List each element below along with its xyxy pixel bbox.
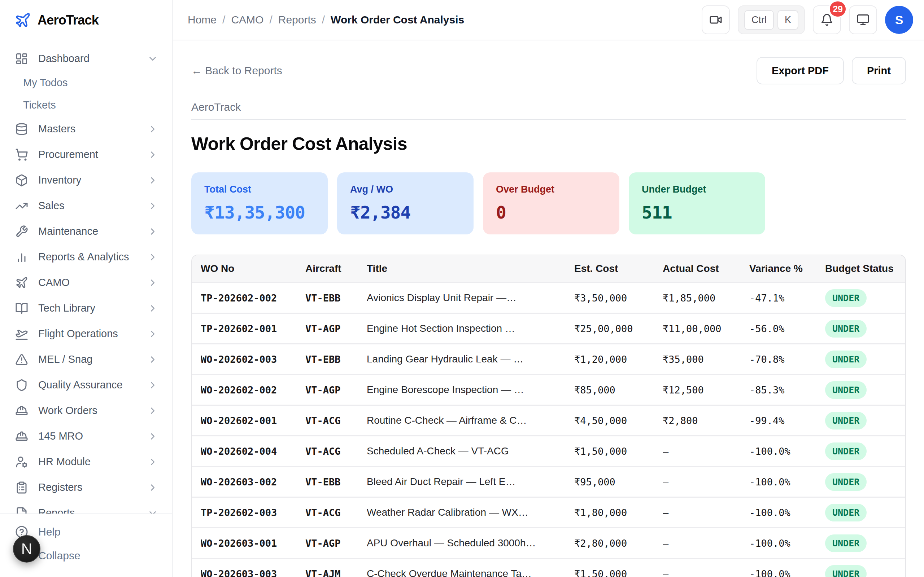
- sidebar-item-flight-operations[interactable]: Flight Operations: [0, 321, 172, 347]
- title-cell: Landing Gear Hydraulic Leak — …: [367, 353, 574, 365]
- collapse-label: Collapse: [38, 550, 81, 562]
- budget-status-cell: UNDER: [825, 381, 905, 399]
- aircraft-cell: VT-AJM: [305, 568, 367, 577]
- actual-cost-cell: ₹11,00,000: [663, 323, 749, 334]
- stat-value: ₹2,384: [350, 202, 460, 222]
- file-icon: [15, 507, 28, 514]
- sidebar-item-procurement[interactable]: Procurement: [0, 142, 172, 167]
- sidebar-item-maintenance[interactable]: Maintenance: [0, 219, 172, 244]
- stat-value: 0: [496, 202, 606, 222]
- chevron-right-icon: [147, 354, 158, 365]
- back-to-reports-link[interactable]: ← Back to Reports: [191, 64, 282, 77]
- actual-cost-cell: ₹12,500: [663, 384, 749, 396]
- budget-status-cell: UNDER: [825, 504, 905, 521]
- bar-chart-icon: [15, 251, 28, 264]
- status-badge: UNDER: [825, 412, 867, 429]
- column-header-aircraft: Aircraft: [305, 263, 367, 274]
- breadcrumb-link-home[interactable]: Home: [188, 14, 216, 26]
- sidebar-item-registers[interactable]: Registers: [0, 475, 172, 500]
- sidebar-item-masters[interactable]: Masters: [0, 116, 172, 142]
- table-row[interactable]: WO-202602-002VT-AGPEngine Borescope Insp…: [192, 374, 905, 405]
- breadcrumb-link-camo[interactable]: CAMO: [231, 14, 263, 26]
- wo-no-cell: WO-202603-001: [201, 538, 305, 549]
- export-pdf-button[interactable]: Export PDF: [756, 57, 844, 84]
- sidebar-subitem-tickets[interactable]: Tickets: [0, 94, 172, 116]
- sidebar-item-quality-assurance[interactable]: Quality Assurance: [0, 372, 172, 398]
- table-row[interactable]: TP-202602-001VT-AGPEngine Hot Section In…: [192, 313, 905, 343]
- est-cost-cell: ₹1,50,000: [574, 568, 663, 577]
- table-row[interactable]: WO-202602-004VT-ACGScheduled A-Check — V…: [192, 435, 905, 466]
- report-content: ← Back to Reports Export PDF Print AeroT…: [173, 40, 924, 577]
- title-cell: Engine Borescope Inspection — …: [367, 384, 574, 396]
- table-row[interactable]: WO-202602-001VT-ACGRoutine C-Check — Air…: [192, 405, 905, 435]
- sidebar-item-reports[interactable]: Reports: [0, 500, 172, 514]
- user-avatar[interactable]: S: [885, 6, 913, 34]
- sidebar-item-work-orders[interactable]: Work Orders: [0, 398, 172, 423]
- notifications-button[interactable]: 29: [813, 5, 841, 34]
- actual-cost-cell: –: [663, 538, 749, 549]
- title-cell: Scheduled A-Check — VT-ACG: [367, 445, 574, 457]
- column-header-title: Title: [367, 263, 574, 274]
- wo-no-cell: WO-202603-003: [201, 568, 305, 577]
- sidebar-item-label: HR Module: [38, 456, 137, 468]
- sidebar-item-dashboard[interactable]: Dashboard: [0, 46, 172, 71]
- topbar: Home/CAMO/Reports/Work Order Cost Analys…: [173, 0, 924, 40]
- actual-cost-cell: ₹35,000: [663, 354, 749, 365]
- sidebar-item-label: Work Orders: [38, 405, 137, 416]
- breadcrumb: Home/CAMO/Reports/Work Order Cost Analys…: [188, 14, 464, 26]
- sidebar-item-hr-module[interactable]: HR Module: [0, 449, 172, 475]
- sidebar-item-inventory[interactable]: Inventory: [0, 167, 172, 193]
- sidebar-item-145-mro[interactable]: 145 MRO: [0, 423, 172, 449]
- trending-up-icon: [15, 200, 28, 213]
- sidebar-item-label: Sales: [38, 200, 137, 212]
- table-header-row: WO NoAircraftTitleEst. CostActual CostVa…: [192, 255, 905, 282]
- plane-icon: [15, 276, 28, 289]
- stat-label: Over Budget: [496, 184, 606, 195]
- stat-card-over-budget: Over Budget0: [483, 172, 619, 234]
- est-cost-cell: ₹1,20,000: [574, 354, 663, 365]
- column-header-budget-status: Budget Status: [825, 263, 905, 274]
- breadcrumb-separator: /: [322, 14, 325, 26]
- dev-tools-badge[interactable]: N: [13, 535, 40, 562]
- aircraft-cell: VT-EBB: [305, 354, 367, 365]
- status-badge: UNDER: [825, 504, 867, 521]
- table-row[interactable]: TP-202602-002VT-EBBAvionics Display Unit…: [192, 282, 905, 313]
- sidebar-item-label: Tech Library: [38, 302, 137, 314]
- sidebar-item-sales[interactable]: Sales: [0, 193, 172, 219]
- sidebar-item-reports-analytics[interactable]: Reports & Analytics: [0, 244, 172, 270]
- chevron-right-icon: [147, 149, 158, 160]
- table-row[interactable]: WO-202603-001VT-AGPAPU Overhaul — Schedu…: [192, 527, 905, 558]
- stat-label: Total Cost: [204, 184, 315, 195]
- breadcrumb-separator: /: [269, 14, 272, 26]
- table-row[interactable]: WO-202602-003VT-EBBLanding Gear Hydrauli…: [192, 343, 905, 374]
- breadcrumb-link-reports[interactable]: Reports: [278, 14, 316, 26]
- alert-triangle-icon: [15, 353, 28, 366]
- status-badge: UNDER: [825, 534, 867, 552]
- variance-cell: -100.0%: [749, 568, 825, 577]
- table-row[interactable]: WO-202603-002VT-EBBBleed Air Duct Repair…: [192, 466, 905, 496]
- brand-logo[interactable]: AeroTrack: [0, 0, 172, 40]
- sidebar-subitem-my-todos[interactable]: My Todos: [0, 71, 172, 94]
- display-mode-button[interactable]: [849, 5, 877, 34]
- title-cell: Avionics Display Unit Repair —…: [367, 292, 574, 304]
- budget-status-cell: UNDER: [825, 289, 905, 307]
- actual-cost-cell: –: [663, 476, 749, 488]
- variance-cell: -100.0%: [749, 538, 825, 549]
- table-row[interactable]: TP-202602-003VT-ACGWeather Radar Calibra…: [192, 496, 905, 527]
- video-call-button[interactable]: [702, 5, 730, 34]
- hard-hat-icon: [15, 404, 28, 417]
- status-badge: UNDER: [825, 320, 867, 338]
- sidebar-item-tech-library[interactable]: Tech Library: [0, 295, 172, 321]
- sidebar-item-camo[interactable]: CAMO: [0, 270, 172, 295]
- print-button[interactable]: Print: [852, 57, 906, 84]
- est-cost-cell: ₹25,00,000: [574, 323, 663, 334]
- budget-status-cell: UNDER: [825, 534, 905, 552]
- table-row[interactable]: WO-202603-003VT-AJMC-Check Overdue Maint…: [192, 558, 905, 577]
- sidebar-item-mel-snag[interactable]: MEL / Snag: [0, 347, 172, 372]
- divider: [191, 119, 906, 120]
- budget-status-cell: UNDER: [825, 473, 905, 491]
- budget-status-cell: UNDER: [825, 351, 905, 368]
- command-palette-shortcut[interactable]: CtrlK: [738, 5, 805, 34]
- variance-cell: -100.0%: [749, 476, 825, 488]
- stat-card-total-cost: Total Cost₹13,35,300: [191, 172, 328, 234]
